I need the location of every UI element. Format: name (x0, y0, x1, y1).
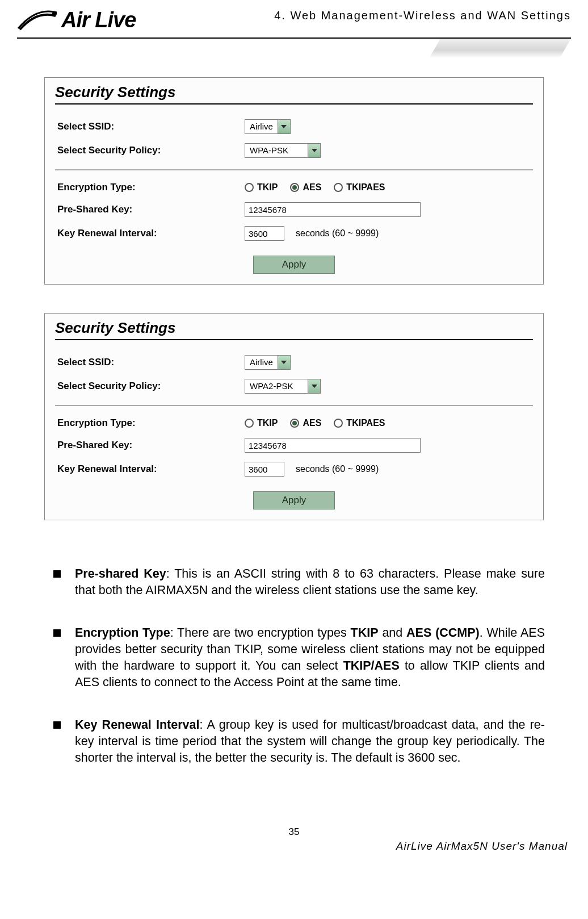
psk-label: Pre-Shared Key: (57, 440, 245, 451)
bullet-term: Encryption Type (75, 626, 170, 640)
chapter-title: 4. Web Management-Wireless and WAN Setti… (274, 6, 571, 22)
svg-point-0 (52, 11, 57, 16)
dropdown-arrow-icon (278, 356, 290, 369)
security-settings-panel-1: Security Settings Select SSID: Airlive S… (44, 77, 544, 285)
bullet-renewal: Key Renewal Interval: A group key is use… (48, 717, 545, 766)
policy-select-value: WPA2-PSK (245, 379, 308, 393)
radio-label: TKIPAES (346, 182, 385, 193)
policy-label: Select Security Policy: (57, 145, 245, 156)
ssid-label: Select SSID: (57, 121, 245, 132)
panel-divider (55, 169, 533, 170)
dropdown-arrow-icon (278, 120, 290, 133)
renew-input[interactable] (245, 462, 284, 477)
psk-input[interactable] (245, 438, 421, 453)
page-number: 35 (20, 826, 568, 838)
renew-label: Key Renewal Interval: (57, 228, 245, 239)
radio-aes[interactable]: AES (290, 182, 321, 193)
radio-icon (334, 419, 343, 428)
apply-button[interactable]: Apply (253, 491, 335, 509)
policy-select-value: WPA-PSK (245, 144, 308, 157)
bullet-encryption: Encryption Type: There are two encryptio… (48, 625, 545, 691)
brand-logo: Air Live (17, 6, 136, 34)
encryption-label: Encryption Type: (57, 417, 245, 429)
dropdown-arrow-icon (308, 144, 320, 157)
radio-tkip[interactable]: TKIP (245, 182, 278, 193)
radio-icon (245, 419, 254, 428)
ssid-select-value: Airlive (245, 120, 278, 133)
psk-label: Pre-Shared Key: (57, 204, 245, 215)
radio-icon (245, 183, 254, 192)
header-divider (17, 37, 571, 60)
bullet-strong: AES (CCMP) (406, 626, 480, 640)
radio-label: TKIPAES (346, 418, 385, 428)
ssid-select-value: Airlive (245, 356, 278, 369)
radio-label: TKIP (257, 418, 278, 428)
panel-divider (55, 405, 533, 406)
panel-title: Security Settings (45, 314, 543, 339)
radio-label: AES (303, 182, 321, 193)
security-settings-panel-2: Security Settings Select SSID: Airlive S… (44, 313, 544, 520)
radio-icon (334, 183, 343, 192)
apply-button[interactable]: Apply (253, 256, 335, 274)
bullet-text: : There are two encryption types (170, 626, 351, 640)
ssid-label: Select SSID: (57, 357, 245, 368)
policy-select[interactable]: WPA-PSK (245, 143, 321, 158)
radio-tkip[interactable]: TKIP (245, 418, 278, 428)
panel-title: Security Settings (45, 78, 543, 103)
radio-tkipaes[interactable]: TKIPAES (334, 182, 385, 193)
bullet-term: Key Renewal Interval (75, 718, 199, 732)
policy-select[interactable]: WPA2-PSK (245, 379, 321, 394)
radio-label: TKIP (257, 182, 278, 193)
policy-label: Select Security Policy: (57, 381, 245, 392)
renew-label: Key Renewal Interval: (57, 463, 245, 475)
footer-manual-title: AirLive AirMax5N User's Manual (20, 840, 568, 853)
radio-label: AES (303, 418, 321, 428)
bullet-text: and (379, 626, 407, 640)
bullet-psk: Pre-shared Key: This is an ASCII string … (48, 566, 545, 599)
bullet-strong: TKIP/AES (343, 659, 400, 672)
ssid-select[interactable]: Airlive (245, 355, 291, 370)
encryption-label: Encryption Type: (57, 182, 245, 193)
renew-suffix: seconds (60 ~ 9999) (296, 464, 379, 474)
renew-input[interactable] (245, 226, 284, 241)
radio-aes[interactable]: AES (290, 418, 321, 428)
dropdown-arrow-icon (308, 379, 320, 393)
bullet-term: Pre-shared Key (75, 567, 166, 580)
logo-text: Air Live (61, 8, 136, 32)
radio-tkipaes[interactable]: TKIPAES (334, 418, 385, 428)
renew-suffix: seconds (60 ~ 9999) (296, 228, 379, 239)
ssid-select[interactable]: Airlive (245, 119, 291, 134)
radio-icon (290, 419, 299, 428)
bullet-strong: TKIP (351, 626, 379, 640)
logo-swoosh-icon (17, 6, 57, 34)
psk-input[interactable] (245, 202, 421, 217)
radio-icon (290, 183, 299, 192)
